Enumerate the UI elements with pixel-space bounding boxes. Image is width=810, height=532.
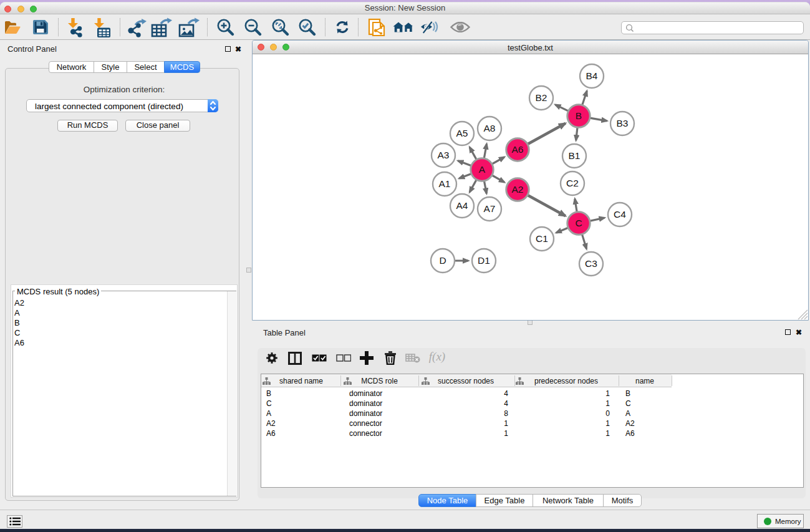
svg-text:A7: A7 xyxy=(484,203,496,214)
svg-text:C: C xyxy=(575,218,582,228)
svg-text:A3: A3 xyxy=(438,150,450,160)
svg-text:B3: B3 xyxy=(617,118,629,128)
svg-text:D: D xyxy=(439,255,446,266)
svg-text:B4: B4 xyxy=(586,70,598,81)
svg-text:A: A xyxy=(479,164,486,175)
svg-text:B2: B2 xyxy=(536,92,547,103)
svg-text:C4: C4 xyxy=(614,209,626,220)
svg-text:C2: C2 xyxy=(566,178,579,188)
svg-text:D1: D1 xyxy=(478,255,490,266)
svg-text:B: B xyxy=(576,110,582,121)
svg-text:C3: C3 xyxy=(585,258,597,269)
svg-text:A6: A6 xyxy=(512,144,524,155)
svg-text:C1: C1 xyxy=(536,233,548,244)
svg-text:B1: B1 xyxy=(569,150,581,161)
svg-text:A4: A4 xyxy=(456,200,468,211)
svg-text:A1: A1 xyxy=(439,178,451,189)
svg-text:A5: A5 xyxy=(456,128,468,138)
svg-text:A2: A2 xyxy=(512,184,524,195)
svg-text:A8: A8 xyxy=(484,123,496,133)
